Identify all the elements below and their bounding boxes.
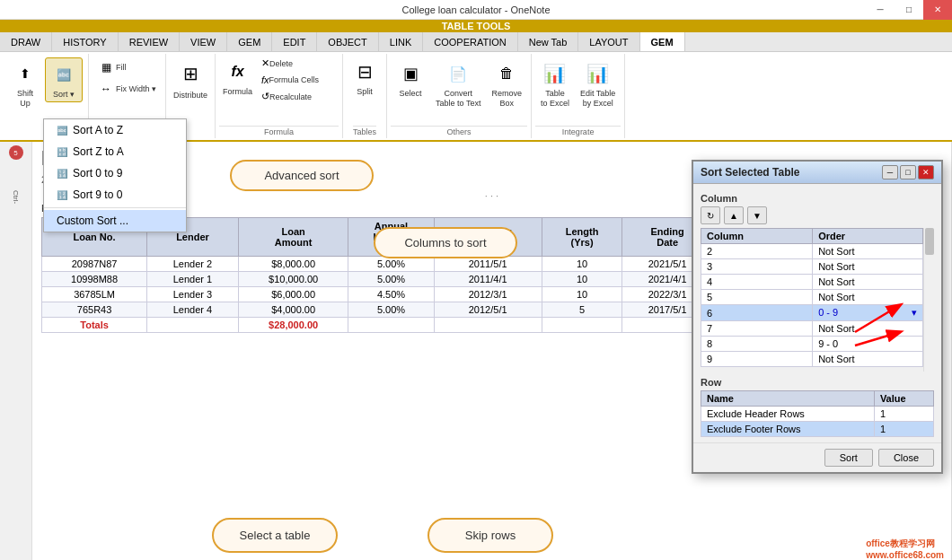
- col-row-5: 5 Not Sort: [701, 290, 923, 305]
- left-nav: 5 Ctrl-: [0, 142, 32, 560]
- dialog-maximize-btn[interactable]: □: [900, 165, 916, 179]
- col-header-column: Column: [701, 229, 813, 244]
- split-icon: ⊟: [350, 57, 379, 86]
- dialog-titlebar: Sort Selected Table ─ □ ✕: [693, 162, 941, 184]
- scrollbar-thumb: [925, 228, 934, 255]
- custom-sort-item[interactable]: Custom Sort ...: [44, 210, 186, 232]
- ribbon-group-tables: ⊟ Split Tables: [343, 54, 387, 138]
- column-table: Column Order 2 Not Sort 3 Not Sort: [701, 228, 923, 367]
- row-header-name: Name: [701, 391, 875, 407]
- tab-object[interactable]: OBJECT: [317, 32, 378, 51]
- tab-cooperation[interactable]: COOPERATION: [423, 32, 517, 51]
- dialog-minimize-btn[interactable]: ─: [882, 165, 898, 179]
- fix-width-button[interactable]: ↔ Fix Width ▾: [94, 79, 160, 99]
- ribbon-group-integrate: 📊 Tableto Excel 📊 Edit Tableby Excel Int…: [532, 54, 625, 138]
- sort-z-to-a[interactable]: 🔡 Sort Z to A: [44, 141, 186, 162]
- row-exclude-footer: Exclude Footer Rows 1: [701, 422, 934, 437]
- dialog-close-btn[interactable]: ✕: [918, 165, 934, 179]
- ribbon-group-formula: fx Formula ✕ Delete fx Formula Cells ↺ R…: [216, 54, 343, 138]
- select-button[interactable]: ▣ Select: [392, 57, 428, 101]
- edit-table-by-excel-button[interactable]: 📊 Edit Tableby Excel: [577, 57, 619, 110]
- sort-9-to-0[interactable]: 🔢 Sort 9 to 0: [44, 184, 186, 206]
- edit-table-excel-icon: 📊: [584, 59, 613, 88]
- advanced-sort-bubble: Advanced sort: [230, 160, 374, 191]
- close-action-button[interactable]: Close: [878, 449, 934, 467]
- shift-up-button[interactable]: ⬆ ShiftUp: [7, 57, 43, 110]
- recalculate-icon: ↺: [261, 91, 269, 102]
- select-icon: ▣: [396, 59, 425, 88]
- dialog-controls: ─ □ ✕: [882, 165, 934, 179]
- sort-90-icon: 🔢: [57, 190, 67, 200]
- row-exclude-header: Exclude Header Rows 1: [701, 407, 934, 422]
- row-header-row: Name Value: [701, 391, 934, 407]
- tab-edit[interactable]: EDIT: [272, 32, 317, 51]
- table-to-excel-button[interactable]: 📊 Tableto Excel: [537, 57, 573, 110]
- tab-draw[interactable]: DRAW: [0, 32, 52, 51]
- distribute-button[interactable]: ⊞ Distribute: [170, 56, 211, 102]
- sort-dropdown-menu: 🔤 Sort A to Z 🔡 Sort Z to A 🔢 Sort 0 to …: [43, 118, 187, 232]
- tab-gem1[interactable]: GEM: [227, 32, 272, 51]
- formula-icon: fx: [224, 57, 252, 86]
- sort-09-icon: 🔢: [57, 169, 67, 179]
- remove-box-button[interactable]: 🗑 RemoveBox: [488, 57, 525, 110]
- tab-layout[interactable]: LAYOUT: [578, 32, 639, 51]
- recalculate-button[interactable]: ↺ Recalculate: [258, 89, 339, 104]
- th-length: Length(Yrs): [542, 218, 622, 257]
- sort-divider: [44, 207, 186, 208]
- tab-gem2[interactable]: GEM: [640, 32, 685, 51]
- split-button[interactable]: ⊟ Split: [347, 56, 383, 99]
- tab-link[interactable]: LINK: [379, 32, 423, 51]
- formula-button[interactable]: fx Formula: [219, 56, 256, 99]
- formula-cells-icon: fx: [261, 74, 269, 85]
- col-row-4: 4 Not Sort: [701, 275, 923, 290]
- fill-button[interactable]: ▦ Fill: [94, 57, 130, 77]
- sort-icon: 🔤: [49, 60, 78, 89]
- refresh-btn[interactable]: ↻: [701, 206, 720, 224]
- sort-action-button[interactable]: Sort: [824, 449, 873, 467]
- select-table-bubble: Select a table: [212, 518, 338, 553]
- sort-za-icon: 🔡: [57, 147, 67, 157]
- col-row-7: 7 Not Sort: [701, 321, 923, 337]
- sort-button[interactable]: 🔤 Sort ▾: [45, 57, 83, 102]
- dropdown-arrow[interactable]: ▾: [912, 307, 917, 319]
- watermark: office教程学习网 www.office68.com: [866, 538, 944, 560]
- sort-az-icon: 🔤: [57, 126, 67, 136]
- convert-table-to-text-button[interactable]: 📄 ConvertTable to Text: [432, 57, 484, 110]
- col-row-8: 8 9 - 0: [701, 337, 923, 352]
- sort-a-to-z[interactable]: 🔤 Sort A to Z: [44, 119, 186, 141]
- dialog-footer: Sort Close: [693, 442, 941, 472]
- ribbon-group-others: ▣ Select 📄 ConvertTable to Text 🗑 Remove…: [387, 54, 532, 138]
- col-row-3: 3 Not Sort: [701, 259, 923, 275]
- tab-newtab[interactable]: New Tab: [518, 32, 579, 51]
- col-row-9: 9 Not Sort: [701, 352, 923, 367]
- tab-bar: DRAW HISTORY REVIEW VIEW GEM EDIT OBJECT…: [0, 32, 952, 52]
- row-table: Name Value Exclude Header Rows 1 Exclude…: [701, 390, 934, 437]
- up-btn[interactable]: ▲: [724, 206, 744, 224]
- skip-rows-bubble: Skip rows: [428, 518, 553, 553]
- window-title: College loan calculator - OneNote: [401, 4, 550, 15]
- remove-box-icon: 🗑: [492, 59, 521, 88]
- minimize-btn[interactable]: ─: [866, 0, 895, 20]
- delete-icon: ✕: [261, 57, 269, 69]
- close-btn[interactable]: ✕: [923, 0, 952, 20]
- tab-review[interactable]: REVIEW: [119, 32, 180, 51]
- down-btn[interactable]: ▼: [747, 206, 767, 224]
- ctrl-label: Ctrl-: [12, 190, 20, 204]
- maximize-btn[interactable]: □: [895, 0, 923, 20]
- dialog-title: Sort Selected Table: [701, 166, 799, 179]
- tab-history[interactable]: HISTORY: [52, 32, 119, 51]
- title-bar: College loan calculator - OneNote ─ □ ✕: [0, 0, 952, 20]
- row-header-value: Value: [874, 391, 933, 407]
- fill-icon: ▦: [98, 59, 114, 75]
- column-table-container: Column Order 2 Not Sort 3 Not Sort: [701, 228, 934, 372]
- nav-dot: 5: [9, 145, 23, 160]
- table-tools-banner: TABLE TOOLS: [0, 20, 952, 32]
- tab-view[interactable]: VIEW: [180, 32, 227, 51]
- columns-to-sort-bubble: Columns to sort: [374, 227, 517, 258]
- sort-0-to-9[interactable]: 🔢 Sort 0 to 9: [44, 162, 186, 184]
- formula-cells-button[interactable]: fx Formula Cells: [258, 73, 339, 87]
- delete-button[interactable]: ✕ Delete: [258, 56, 339, 71]
- row-section-label: Row: [701, 377, 934, 388]
- column-scrollbar[interactable]: [923, 228, 934, 372]
- fix-width-icon: ↔: [98, 81, 114, 97]
